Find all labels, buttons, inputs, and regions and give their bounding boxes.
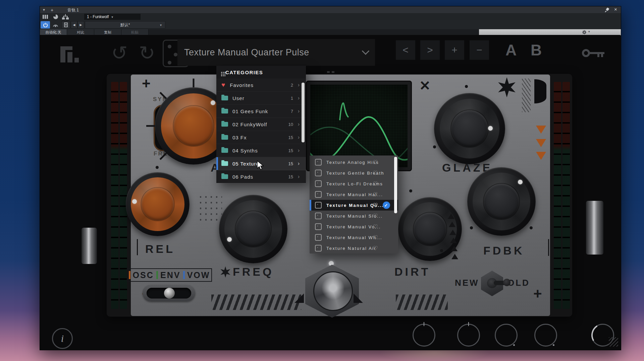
rel-knob[interactable]	[126, 172, 190, 236]
grid-icon	[221, 72, 222, 73]
categories-scrollbar[interactable]	[302, 83, 305, 142]
category-row-favorites[interactable]: ♥ Favorites 2 ›	[216, 79, 306, 92]
bypass-power-button[interactable]	[41, 21, 50, 29]
hp-filter-knob[interactable]	[495, 324, 518, 347]
fdbk-knob[interactable]	[467, 167, 536, 236]
tab-copy[interactable]: 复制	[94, 29, 121, 35]
category-row-user[interactable]: User 1 ›	[216, 92, 306, 105]
titlebar-caret-icon[interactable]: ▾	[43, 7, 45, 12]
category-row-fx[interactable]: 03 Fx 15 ›	[216, 131, 306, 144]
out-trim-knob[interactable]	[457, 324, 480, 347]
mode-vow[interactable]: VOW	[183, 270, 210, 280]
preset-prev-button-big[interactable]: <	[396, 40, 415, 60]
preset-next-button-big[interactable]: >	[420, 40, 440, 60]
category-label: 04 Synths	[232, 148, 258, 153]
freq-knob[interactable]	[219, 195, 287, 263]
preset-title: Texture Manual Quarter Pulse	[177, 47, 309, 58]
redo-button[interactable]: ↻	[134, 40, 160, 66]
preset-file-button[interactable]	[61, 21, 70, 29]
category-row-funkywolf[interactable]: 02 FunkyWolf 10 ›	[216, 118, 306, 131]
heart-outline-icon[interactable]: ♡	[373, 180, 379, 187]
info-button[interactable]: i	[52, 328, 73, 349]
titlebar-add-icon[interactable]: +	[51, 7, 53, 13]
mixer-bars-icon[interactable]	[43, 15, 44, 19]
mode-env[interactable]: ENV	[156, 270, 180, 280]
ab-slot-a[interactable]: A	[505, 41, 517, 59]
category-row-gees-funk[interactable]: 01 Gees Funk 7 ›	[216, 105, 306, 118]
daw-preset-selector[interactable]: 默认* ▾	[85, 21, 165, 29]
dirt-top-dot	[409, 189, 412, 192]
glaze-knob[interactable]	[434, 93, 505, 164]
preset-row[interactable]: Texture Natural Air ♡	[310, 243, 398, 254]
preset-row[interactable]: Texture Analog Hiss ♡	[310, 157, 398, 168]
preset-row[interactable]: Texture Manual Slo... ♡	[310, 211, 398, 221]
heart-outline-icon[interactable]: ♡	[373, 245, 379, 252]
knob-dot	[553, 344, 554, 346]
category-count: 10	[288, 122, 293, 127]
category-row-synths[interactable]: 04 Synths 15 ›	[216, 144, 306, 157]
preset-add-button[interactable]: +	[445, 40, 464, 60]
tab-paste[interactable]: 粘贴	[121, 29, 149, 35]
category-label: 01 Gees Funk	[232, 108, 268, 114]
knob-cap	[403, 202, 457, 256]
pan-dial-icon[interactable]	[53, 14, 58, 19]
window-title: 音轨 1	[67, 7, 79, 13]
half-moon-mark	[534, 79, 546, 103]
chevron-right-icon: ›	[298, 161, 300, 167]
edit-tab-bar: 自动化:关 对比 复制 粘贴 ▾	[40, 29, 621, 35]
mode-selector[interactable]: OSC ENV VOW	[127, 268, 212, 282]
preset-icon	[315, 234, 322, 241]
footswitch-button[interactable]	[313, 271, 353, 311]
chevron-right-icon: ›	[298, 95, 300, 101]
track-selector[interactable]: 1 - Funkwolf ▾	[84, 14, 141, 20]
routing-icon[interactable]	[62, 14, 69, 19]
folder-icon	[221, 135, 228, 140]
heart-outline-icon[interactable]: ♡	[373, 234, 379, 241]
blend-slider[interactable]	[143, 285, 195, 302]
tab-compare[interactable]: 对比	[67, 29, 94, 35]
pin-icon[interactable]	[605, 8, 609, 12]
license-key-icon[interactable]	[582, 46, 606, 60]
preset-row[interactable]: Texture Lo-Fi Dreams ♡	[310, 178, 398, 189]
rack-jack-right	[586, 201, 603, 255]
preset-icon	[315, 180, 322, 187]
preset-row[interactable]: Texture Manual Wh... ♡	[310, 232, 398, 243]
preset-row[interactable]: Texture Gentle Breath ♡	[310, 168, 398, 178]
preset-row[interactable]: Texture Manual Vo... ♡	[310, 221, 398, 232]
tab-automation[interactable]: 自动化:关	[40, 29, 67, 35]
gear-caret-icon[interactable]: ▾	[588, 30, 590, 33]
in-trim-knob[interactable]	[413, 324, 435, 347]
heart-outline-icon[interactable]: ♡	[373, 223, 379, 230]
lp-filter-knob[interactable]	[534, 324, 557, 347]
undo-button[interactable]: ↺	[106, 40, 132, 66]
preset-next-button[interactable]: ▶	[77, 21, 84, 29]
category-count: 15	[288, 148, 293, 153]
close-icon[interactable]: ×	[614, 6, 617, 12]
preset-remove-button[interactable]: −	[470, 40, 489, 60]
dirt-knob[interactable]	[398, 197, 462, 261]
resize-grip[interactable]	[609, 337, 618, 347]
presets-scrollbar[interactable]	[394, 157, 397, 213]
heart-outline-icon[interactable]: ♡	[373, 159, 379, 166]
mode-osc[interactable]: OSC	[129, 270, 154, 280]
toolbar-right-strip: ▾	[479, 29, 621, 35]
left-meter-b	[120, 82, 127, 309]
right-meter-b	[562, 82, 570, 309]
slider-ball[interactable]	[164, 288, 175, 299]
preset-row-selected[interactable]: Texture Manual Qu... ♡ ✓	[310, 200, 398, 211]
preset-title-dropdown[interactable]: Texture Manual Quarter Pulse	[177, 39, 375, 66]
orange-triangle-1	[536, 126, 546, 134]
chevron-right-icon: ›	[298, 121, 300, 127]
heart-outline-icon[interactable]: ♡	[373, 202, 379, 209]
folder-icon	[221, 109, 228, 114]
heart-outline-icon[interactable]: ♡	[373, 191, 379, 198]
preset-prev-button[interactable]: ◀	[71, 21, 77, 29]
heart-outline-icon[interactable]: ♡	[373, 170, 379, 177]
ab-slot-b[interactable]: B	[531, 41, 542, 59]
gear-icon[interactable]	[582, 30, 586, 34]
heart-outline-icon[interactable]: ♡	[373, 213, 379, 220]
category-row-pads[interactable]: 06 Pads 15 ›	[216, 170, 306, 183]
edge-line-mark-right	[548, 239, 549, 256]
listen-icon-button[interactable]	[51, 21, 60, 29]
preset-row[interactable]: Texture Manual Hal... ♡	[310, 189, 398, 200]
